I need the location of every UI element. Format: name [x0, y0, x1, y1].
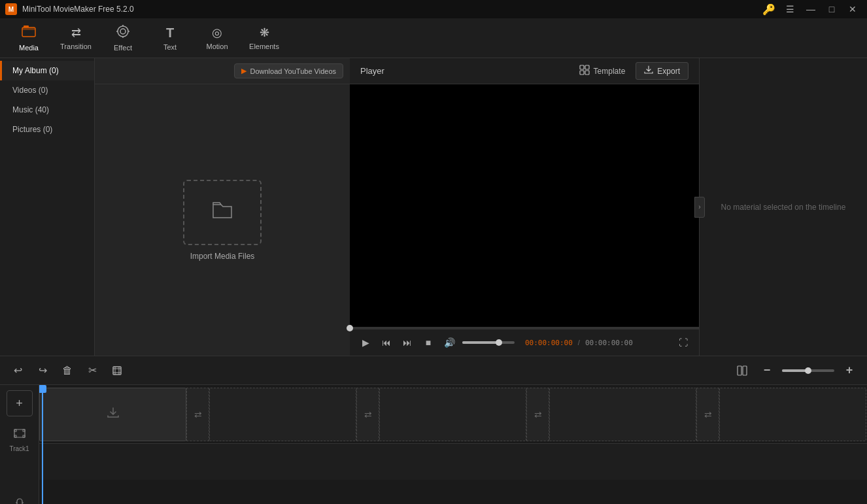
- track-icon-video[interactable]: [10, 424, 29, 443]
- transition-icon-1: ⇄: [194, 409, 202, 420]
- transition-slot-2[interactable]: ⇄: [356, 388, 379, 441]
- close-button[interactable]: ✕: [843, 0, 862, 18]
- motion-label: Motion: [206, 42, 228, 50]
- media-label: Media: [19, 44, 39, 52]
- maximize-button[interactable]: □: [823, 0, 841, 18]
- template-icon: [579, 65, 590, 77]
- video-clip-1[interactable]: [39, 388, 186, 441]
- zoom-thumb[interactable]: [805, 367, 811, 374]
- svg-point-4: [120, 29, 126, 34]
- svg-rect-22: [23, 429, 25, 431]
- zoom-fill: [782, 369, 808, 372]
- export-label: Export: [657, 67, 680, 76]
- timecode-current: 00:00:00:00: [525, 339, 573, 347]
- video-area: [350, 84, 699, 327]
- zoom-out-button[interactable]: −: [757, 361, 777, 380]
- play-button[interactable]: ▶: [358, 335, 373, 350]
- toolbar-text[interactable]: T Text: [146, 18, 194, 58]
- volume-slider[interactable]: [462, 341, 515, 344]
- import-media-box[interactable]: [183, 180, 262, 245]
- video-clip-2[interactable]: [209, 388, 356, 441]
- app-title: MiniTool MovieMaker Free 5.2.0: [22, 5, 134, 14]
- export-icon: [644, 65, 653, 76]
- sidebar-item-pictures[interactable]: Pictures (0): [0, 120, 94, 139]
- progress-thumb[interactable]: [347, 325, 353, 331]
- media-sidebar: My Album (0) Videos (0) Music (40) Pictu…: [0, 58, 95, 356]
- svg-rect-23: [14, 435, 16, 437]
- no-material-text: No material selected on the timeline: [708, 190, 859, 225]
- transition-slot-4[interactable]: ⇄: [696, 388, 719, 441]
- video-clip-3[interactable]: [379, 388, 526, 441]
- video-track: ⇄ ⇄ ⇄: [39, 385, 867, 444]
- properties-panel: › No material selected on the timeline: [700, 58, 867, 356]
- crop-button[interactable]: [107, 361, 127, 380]
- download-youtube-button[interactable]: ▶ Download YouTube Videos: [234, 63, 344, 78]
- svg-rect-18: [738, 366, 741, 375]
- collapse-panel-button[interactable]: ›: [694, 197, 705, 218]
- undo-button[interactable]: ↩: [8, 361, 27, 380]
- app-logo: M: [5, 3, 17, 15]
- zoom-fit-button[interactable]: [732, 361, 752, 380]
- add-track-button[interactable]: +: [7, 390, 33, 416]
- svg-rect-10: [585, 65, 589, 69]
- toolbar-effect[interactable]: Effect: [99, 18, 146, 58]
- playhead[interactable]: [42, 385, 43, 504]
- transition-icon-4: ⇄: [704, 409, 712, 420]
- volume-button[interactable]: 🔊: [441, 335, 457, 350]
- export-button[interactable]: Export: [636, 62, 688, 80]
- zoom-slider[interactable]: [782, 369, 834, 372]
- video-clip-4[interactable]: [549, 388, 696, 441]
- folder-icon: [212, 201, 233, 224]
- svg-rect-12: [585, 71, 589, 75]
- timeline-toolbar: ↩ ↪ 🗑 ✂ −: [0, 356, 867, 385]
- menu-button[interactable]: ☰: [781, 0, 799, 18]
- minimize-button[interactable]: —: [802, 0, 820, 18]
- transition-icon-3: ⇄: [534, 409, 542, 420]
- timeline-section: ↩ ↪ 🗑 ✂ −: [0, 356, 867, 504]
- svg-rect-21: [14, 429, 16, 431]
- effect-label: Effect: [114, 44, 132, 52]
- svg-rect-9: [580, 65, 584, 69]
- player-controls: ▶ ⏮ ⏭ ■ 🔊 00:00:00:00 / 00:00:00:00 ⛶: [350, 329, 699, 356]
- svg-rect-24: [23, 435, 25, 437]
- track1-label: Track1: [9, 445, 29, 452]
- timecode-total: 00:00:00:00: [585, 339, 633, 347]
- audio-track: [39, 444, 867, 480]
- zoom-in-button[interactable]: +: [840, 361, 859, 380]
- svg-rect-2: [24, 25, 29, 27]
- sidebar-item-my-album[interactable]: My Album (0): [0, 61, 94, 80]
- toolbar-transition[interactable]: ⇄ Transition: [52, 18, 99, 58]
- import-label[interactable]: Import Media Files: [190, 252, 255, 261]
- delete-button[interactable]: 🗑: [58, 361, 77, 380]
- transition-icon: ⇄: [71, 25, 81, 40]
- import-area: Import Media Files: [95, 84, 350, 356]
- media-content: ▶ Download YouTube Videos Import Medi: [95, 58, 350, 356]
- template-label: Template: [594, 67, 626, 76]
- timeline-tracks[interactable]: ⇄ ⇄ ⇄: [39, 385, 867, 504]
- stop-button[interactable]: ■: [420, 335, 436, 350]
- clip-import-icon: [106, 405, 120, 423]
- track-icon-audio[interactable]: [10, 494, 29, 504]
- sidebar-item-videos[interactable]: Videos (0): [0, 80, 94, 100]
- youtube-icon: ▶: [241, 67, 246, 75]
- toolbar-elements[interactable]: ❋ Elements: [241, 18, 288, 58]
- template-button[interactable]: Template: [574, 62, 631, 80]
- transition-icon-2: ⇄: [364, 409, 372, 420]
- toolbar-media[interactable]: Media: [5, 18, 52, 58]
- timeline-content: + Track1: [0, 385, 867, 504]
- redo-button[interactable]: ↪: [33, 361, 52, 380]
- transition-slot-1[interactable]: ⇄: [186, 388, 209, 441]
- toolbar-motion[interactable]: ◎ Motion: [194, 18, 241, 58]
- cut-button[interactable]: ✂: [82, 361, 102, 380]
- sidebar-item-music[interactable]: Music (40): [0, 100, 94, 120]
- key-icon[interactable]: 🔑: [760, 0, 778, 18]
- volume-thumb[interactable]: [496, 339, 502, 346]
- player-progress-bar[interactable]: [350, 327, 699, 329]
- video-clip-5[interactable]: [719, 388, 866, 441]
- prev-frame-button[interactable]: ⏮: [379, 335, 394, 350]
- player-header-actions: Template Export: [574, 62, 688, 80]
- transition-slot-3[interactable]: ⇄: [526, 388, 549, 441]
- effect-icon: [116, 25, 129, 41]
- next-frame-button[interactable]: ⏭: [400, 335, 415, 350]
- fullscreen-button[interactable]: ⛶: [675, 335, 691, 350]
